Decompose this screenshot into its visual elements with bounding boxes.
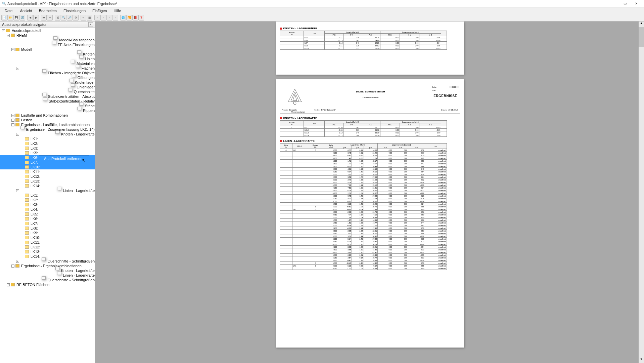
section-title-linien: LINIEN - LAGERKRÄFTE [280, 139, 460, 143]
menu-datei[interactable]: Datei [1, 8, 17, 13]
tree-item[interactable]: Knoten - Lagerkräfte [0, 268, 95, 273]
tree-item[interactable]: Modell-Basisangaben [0, 38, 95, 42]
table-linien: LinieNr.LF/LKKnotenNr.Stellex [m]Lagerkr… [280, 143, 447, 270]
tree-lk-selected[interactable]: LK6:Aus Protokoll entfernen↖ [0, 155, 95, 160]
tree-lk-selected[interactable]: LK10: [0, 165, 95, 169]
navigator-title: Ausdruckprotokollnavigator [2, 23, 47, 27]
tb-zoom-in[interactable]: 🔍 [61, 15, 66, 21]
tb-save[interactable]: 💾 [13, 15, 19, 21]
menu-ansicht[interactable]: Ansicht [17, 8, 36, 13]
tree-erg-lf[interactable]: −Ergebnisse - Lastfälle, Lastkombination… [0, 122, 95, 127]
document-viewport[interactable]: KNOTEN - LAGERKRÄFTE KnotenNr.LF/LKLager… [95, 22, 644, 363]
maximize-button[interactable]: ▭ [619, 0, 631, 7]
navigator-title-bar: Ausdruckprotokollnavigator × [0, 22, 95, 28]
tree-lk[interactable]: LK3: [0, 146, 95, 151]
tree-lk[interactable]: LK14: [0, 184, 95, 188]
navigator-tree[interactable]: −Ausdruckprotokoll−RFEMModell-Basisangab… [0, 28, 95, 363]
tree-lk[interactable]: LK11: [0, 169, 95, 174]
tb-redo[interactable]: ▶ [33, 15, 39, 21]
tb-open[interactable]: 📂 [7, 15, 13, 21]
tree-item[interactable]: Stabexzentrizitäten - Absolut [0, 94, 95, 99]
tree-lk[interactable]: LK8: [0, 226, 95, 231]
table-knoten-full: KnotenNr.LF/LKLagerkräfte [kN]Lagermomen… [280, 120, 447, 137]
search-icon: 🔍 [2, 2, 6, 5]
context-menu[interactable]: Aus Protokoll entfernen [39, 155, 89, 162]
vertical-scrollbar[interactable]: ▲ ▼ [639, 22, 644, 363]
tree-knoten-lager[interactable]: −Knoten - Lagerkräfte [0, 132, 95, 136]
menu-bearbeiten[interactable]: Bearbeiten [36, 8, 60, 13]
tree-lk[interactable]: LK14: [0, 254, 95, 259]
tree-item[interactable]: FE-Netz-Einstellungen [0, 42, 95, 47]
tree-lk[interactable]: LK7: [0, 221, 95, 226]
toolbar: 📄 📂 💾 🔄 ◀ ▶ ⏮ ⏭ 🖨 🔍 🔎 ⚙ ↖ ▦ ▫ ▫ ▫ ▫ 🌐 🔁 … [0, 14, 644, 22]
tree-lk[interactable]: LK2: [0, 198, 95, 202]
tree-item[interactable]: Knotenlager [0, 80, 95, 85]
tb-first[interactable]: ⏮ [41, 15, 47, 21]
tb-p2[interactable]: ▫ [100, 15, 106, 21]
tree-item[interactable]: Öffnungen [0, 75, 95, 80]
tree-item[interactable]: Flächen - Integrierte Objekte [0, 71, 95, 75]
tree-lk[interactable]: LK2: [0, 141, 95, 146]
table-knoten-top: KnotenNr.LF/LKLagerkräfte [kN]Lagermomen… [280, 31, 447, 50]
tree-item[interactable]: Linienlager [0, 85, 95, 89]
tree-lk[interactable]: LK1: [0, 193, 95, 198]
tree-item[interactable]: Querschnitte [0, 89, 95, 94]
tree-lk[interactable]: LK5: [0, 212, 95, 216]
tb-p4[interactable]: ▫ [112, 15, 118, 21]
tree-item[interactable]: +Lasten [0, 118, 95, 122]
menu-hilfe[interactable]: Hilfe [110, 8, 124, 13]
tree-lk[interactable]: LK5: [0, 151, 95, 155]
tb-last[interactable]: ⏭ [47, 15, 53, 21]
tree-lk[interactable]: LK11: [0, 240, 95, 245]
tb-zoom-out[interactable]: 🔎 [67, 15, 73, 21]
tree-lk[interactable]: LK3: [0, 202, 95, 207]
tree-item[interactable]: Materialien [0, 61, 95, 66]
tree-root[interactable]: −Ausdruckprotokoll [0, 28, 95, 33]
tb-print[interactable]: 🖨 [55, 15, 60, 21]
tree-lk[interactable]: LK12: [0, 174, 95, 179]
menu-einstellungen[interactable]: Einstellungen [60, 8, 89, 13]
tree-erg-komb[interactable]: −Ergebnisse - Ergebniskombinationen [0, 264, 95, 268]
tree-lk[interactable]: LK13: [0, 249, 95, 254]
tree-lk[interactable]: LK4: [0, 207, 95, 212]
tb-cursor[interactable]: ↖ [81, 15, 86, 21]
company-name: Dlubal Software GmbH [310, 90, 431, 93]
close-button[interactable]: ✕ [631, 0, 642, 7]
tb-pdf[interactable]: 📕 [132, 15, 138, 21]
tree-lk[interactable]: LK1: [0, 136, 95, 141]
tb-select[interactable]: ▦ [87, 15, 92, 21]
tree-rfem[interactable]: −RFEM [0, 33, 95, 38]
tree-item[interactable]: +Querschnitte - Schnittgrößen [0, 259, 95, 264]
navigator-panel: Ausdruckprotokollnavigator × −Ausdruckpr… [0, 22, 95, 363]
tree-item[interactable]: Rippen [0, 108, 95, 113]
tb-help[interactable]: ❓ [138, 15, 144, 21]
minimize-button[interactable]: — [608, 0, 619, 7]
tree-linien-lager[interactable]: −Linien - Lagerkräfte [0, 188, 95, 193]
window-title: Ausdruckprotokoll - AP1: Eingabedaten un… [7, 2, 117, 6]
ergebnisse-label: ERGEBNISSE [431, 94, 460, 98]
tree-lk[interactable]: LK13: [0, 179, 95, 184]
tb-globe[interactable]: 🌐 [120, 15, 126, 21]
tree-lk[interactable]: LK10: [0, 235, 95, 240]
tb-p3[interactable]: ▫ [106, 15, 112, 21]
tree-lk[interactable]: LK9: [0, 231, 95, 235]
navigator-close-button[interactable]: × [88, 22, 93, 27]
tb-refresh2[interactable]: 🔁 [126, 15, 132, 21]
tb-p1[interactable]: ▫ [94, 15, 100, 21]
menu-einfuegen[interactable]: Einfügen [89, 8, 110, 13]
tree-item[interactable]: Linien - Lagerkräfte [0, 273, 95, 278]
title-bar: 🔍 Ausdruckprotokoll - AP1: Eingabedaten … [0, 0, 644, 7]
tree-item[interactable]: +Lastfälle und Kombinationen [0, 113, 95, 118]
tree-item[interactable]: Ergebnisse - Zusammenfassung LK(1-14) [0, 127, 95, 132]
tb-new[interactable]: 📄 [1, 15, 7, 21]
tree-rf-beton[interactable]: +RF-BETON Flächen [0, 282, 95, 287]
tb-refresh[interactable]: 🔄 [19, 15, 25, 21]
tb-settings[interactable]: ⚙ [73, 15, 79, 21]
tree-lk[interactable]: LK12: [0, 245, 95, 249]
page-header: Dlubal Software GmbH Developer license S… [280, 85, 460, 108]
tree-item[interactable]: −Flächen [0, 66, 95, 71]
tb-undo[interactable]: ◀ [27, 15, 33, 21]
tree-item[interactable]: Linien [0, 56, 95, 61]
tree-lk[interactable]: LK6: [0, 216, 95, 221]
tree-item[interactable]: Querschnitte - Schnittgrößen [0, 278, 95, 282]
